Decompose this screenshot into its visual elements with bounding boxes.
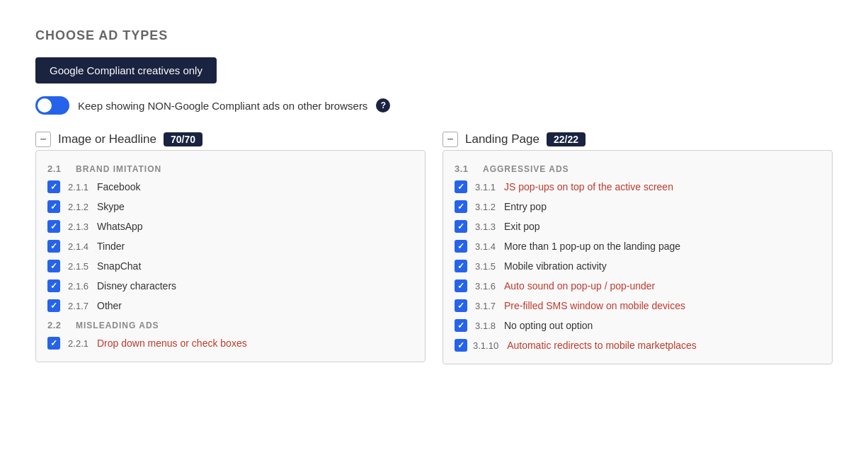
- list-item: 3.1.6 Auto sound on pop-up / pop-under: [455, 276, 821, 296]
- item-num: 3.1.8: [473, 321, 498, 331]
- right-count-badge: 22/22: [547, 132, 586, 146]
- item-checkbox[interactable]: [47, 200, 60, 213]
- item-label: Mobile vibration activity: [504, 260, 607, 272]
- item-checkbox[interactable]: [455, 319, 467, 332]
- left-section-title: Image or Headline: [58, 132, 156, 146]
- item-checkbox[interactable]: [47, 337, 60, 350]
- list-item: 3.1.2 Entry pop: [455, 197, 821, 217]
- category-row: 2.1 BRAND IMITATION: [47, 159, 413, 177]
- item-label: Exit pop: [504, 221, 540, 232]
- list-item: 2.1.7 Other: [47, 296, 413, 316]
- item-num: 2.1.5: [66, 261, 91, 272]
- item-label: Automatic redirects to mobile marketplac…: [507, 340, 697, 351]
- list-item: 2.1.6 Disney characters: [47, 276, 413, 296]
- item-label: Pre-filled SMS window on mobile devices: [504, 300, 685, 311]
- item-checkbox[interactable]: [47, 260, 60, 272]
- category-label: MISLEADING ADS: [76, 321, 159, 330]
- item-label: Disney characters: [97, 280, 176, 292]
- list-item: 2.1.4 Tinder: [47, 236, 413, 256]
- left-count-badge: 70/70: [164, 132, 202, 146]
- item-checkbox[interactable]: [47, 279, 60, 292]
- item-checkbox[interactable]: [455, 339, 467, 352]
- item-num: 2.1.4: [66, 241, 91, 252]
- item-checkbox[interactable]: [455, 180, 467, 193]
- columns-container: − Image or Headline 70/70 2.1 BRAND IMIT…: [35, 132, 833, 364]
- item-checkbox[interactable]: [47, 180, 60, 193]
- list-item: 2.1.2 Skype: [47, 197, 413, 217]
- category-label: BRAND IMITATION: [76, 164, 161, 174]
- left-list-box: 2.1 BRAND IMITATION 2.1.1 Facebook 2.1.2…: [35, 150, 426, 362]
- item-num: 2.1.6: [66, 281, 91, 292]
- right-column: − Landing Page 22/22 3.1 AGGRESSIVE ADS …: [442, 132, 833, 364]
- right-list-box: 3.1 AGGRESSIVE ADS 3.1.1 JS pop-ups on t…: [442, 150, 833, 364]
- item-num: 3.1.3: [473, 221, 498, 232]
- item-checkbox[interactable]: [455, 240, 467, 253]
- list-item: 3.1.1 JS pop-ups on top of the active sc…: [455, 177, 821, 197]
- item-checkbox[interactable]: [455, 220, 467, 233]
- item-label: Skype: [97, 201, 125, 212]
- list-item: 3.1.3 Exit pop: [455, 217, 821, 236]
- item-num: 3.1.1: [473, 182, 498, 192]
- list-item: 2.1.1 Facebook: [47, 177, 413, 197]
- list-item: 3.1.8 No opting out option: [455, 316, 821, 335]
- item-num: 2.1.1: [66, 182, 91, 192]
- left-column: − Image or Headline 70/70 2.1 BRAND IMIT…: [35, 132, 426, 364]
- category-row: 2.2 MISLEADING ADS: [47, 316, 413, 333]
- left-section-header: − Image or Headline 70/70: [35, 132, 426, 147]
- item-checkbox[interactable]: [47, 299, 60, 312]
- item-label: Drop down menus or check boxes: [97, 338, 247, 349]
- item-label: SnapChat: [97, 260, 141, 272]
- item-num: 3.1.6: [473, 281, 498, 292]
- list-item: 3.1.5 Mobile vibration activity: [455, 256, 821, 276]
- category-num: 3.1: [455, 163, 474, 174]
- toggle-row: Keep showing NON-Google Compliant ads on…: [35, 96, 833, 115]
- item-label: More than 1 pop-up on the landing page: [504, 241, 680, 252]
- item-num: 2.1.2: [66, 202, 91, 212]
- item-checkbox[interactable]: [455, 299, 467, 312]
- item-num: 2.1.7: [66, 301, 91, 311]
- item-checkbox[interactable]: [455, 279, 467, 292]
- item-label: WhatsApp: [97, 221, 143, 232]
- item-checkbox[interactable]: [47, 240, 60, 253]
- help-icon[interactable]: ?: [376, 98, 390, 113]
- left-collapse-button[interactable]: −: [35, 132, 51, 147]
- right-section-title: Landing Page: [465, 132, 539, 146]
- list-item: 2.1.3 WhatsApp: [47, 217, 413, 236]
- list-item: 3.1.7 Pre-filled SMS window on mobile de…: [455, 296, 821, 316]
- page-title: CHOOSE AD TYPES: [35, 28, 833, 43]
- list-item: 2.2.1 Drop down menus or check boxes: [47, 333, 413, 353]
- item-label: Tinder: [97, 241, 125, 252]
- item-num: 3.1.7: [473, 301, 498, 311]
- item-label: Facebook: [97, 181, 140, 192]
- category-num: 2.1: [47, 163, 67, 174]
- list-item: 3.1.4 More than 1 pop-up on the landing …: [455, 236, 821, 256]
- toggle-switch[interactable]: [35, 96, 69, 115]
- category-row: 3.1 AGGRESSIVE ADS: [455, 159, 821, 177]
- item-label: Entry pop: [504, 201, 547, 212]
- right-section-header: − Landing Page 22/22: [442, 132, 833, 147]
- list-item: 2.1.5 SnapChat: [47, 256, 413, 276]
- category-num: 2.2: [47, 320, 67, 330]
- item-num: 3.1.4: [473, 241, 498, 252]
- item-num: 2.1.3: [66, 221, 91, 232]
- item-label: Other: [97, 300, 122, 311]
- list-item: 3.1.10 Automatic redirects to mobile mar…: [455, 335, 821, 355]
- right-collapse-button[interactable]: −: [442, 132, 458, 147]
- item-checkbox[interactable]: [47, 220, 60, 233]
- item-label: Auto sound on pop-up / pop-under: [504, 280, 655, 292]
- toggle-label: Keep showing NON-Google Compliant ads on…: [78, 100, 367, 112]
- item-num: 3.1.10: [473, 340, 501, 351]
- item-checkbox[interactable]: [455, 260, 467, 272]
- item-num: 3.1.5: [473, 261, 498, 272]
- category-label: AGGRESSIVE ADS: [483, 164, 569, 174]
- item-checkbox[interactable]: [455, 200, 467, 213]
- item-label: No opting out option: [504, 320, 593, 331]
- item-num: 2.2.1: [66, 338, 91, 349]
- item-num: 3.1.2: [473, 202, 498, 212]
- google-compliant-button[interactable]: Google Compliant creatives only: [35, 57, 217, 83]
- item-label: JS pop-ups on top of the active screen: [504, 181, 673, 192]
